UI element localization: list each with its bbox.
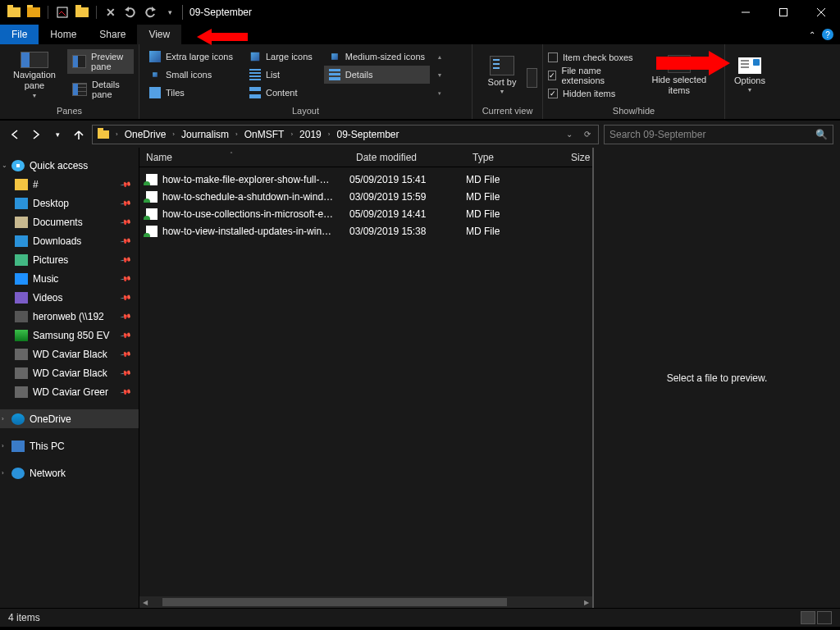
tab-share[interactable]: Share xyxy=(88,25,137,44)
layout-small-icons[interactable]: Small icons xyxy=(144,66,238,84)
chevron-right-icon[interactable]: › xyxy=(325,130,334,138)
hide-selected-items-button[interactable]: Hide selected items xyxy=(639,48,719,103)
layout-medium-icons[interactable]: Medium-sized icons xyxy=(324,48,430,66)
navigation-pane-label: Navigation pane xyxy=(11,70,57,90)
breadcrumb-onedrive[interactable]: OneDrive xyxy=(121,129,170,140)
col-date-modified[interactable]: Date modified xyxy=(349,152,466,163)
column-headers: Name˄ Date modified Type Size xyxy=(139,148,592,167)
item-check-boxes-toggle[interactable]: Item check boxes xyxy=(548,49,634,66)
nav-item-drive[interactable]: WD Caviar Black📌 xyxy=(0,345,139,363)
close-button[interactable] xyxy=(802,0,840,25)
nav-item-drive[interactable]: WD Caviar Black📌 xyxy=(0,363,139,382)
nav-item-drive[interactable]: WD Caviar Greer📌 xyxy=(0,382,139,401)
col-size[interactable]: Size xyxy=(564,152,592,163)
nav-item-drive[interactable]: Samsung 850 EV📌 xyxy=(0,326,139,345)
col-name[interactable]: Name˄ xyxy=(139,152,349,163)
layout-list[interactable]: List xyxy=(244,66,317,84)
breadcrumb-journalism[interactable]: Journalism xyxy=(178,129,232,140)
tab-file[interactable]: File xyxy=(0,25,39,44)
breadcrumb-2019[interactable]: 2019 xyxy=(296,129,325,140)
view-details-toggle-icon[interactable] xyxy=(801,611,815,624)
address-dropdown-icon[interactable]: ⌄ xyxy=(560,130,578,139)
list-icon xyxy=(249,69,261,80)
scroll-left-icon[interactable]: ◀ xyxy=(139,599,151,606)
chevron-right-icon[interactable]: › xyxy=(287,130,296,138)
layout-extra-large-icons[interactable]: Extra large icons xyxy=(144,48,238,66)
columns-icon[interactable] xyxy=(527,68,537,88)
layout-content[interactable]: Content xyxy=(244,84,317,102)
search-input[interactable]: Search 09-September 🔍 xyxy=(604,125,833,144)
file-list[interactable]: how-to-make-file-explorer-show-full-pa..… xyxy=(139,167,592,608)
nav-quick-access[interactable]: ⌄Quick access xyxy=(0,156,139,175)
nav-item[interactable]: #📌 xyxy=(0,175,139,194)
pin-icon: 📌 xyxy=(120,310,132,322)
pin-icon: 📌 xyxy=(120,272,132,285)
minimize-button[interactable] xyxy=(727,0,765,25)
qat-undo-icon[interactable] xyxy=(123,5,138,20)
chevron-right-icon[interactable]: › xyxy=(232,130,241,138)
sort-by-button[interactable]: Sort by ▼ xyxy=(477,54,527,97)
layout-details[interactable]: Details xyxy=(324,66,430,84)
nav-network[interactable]: ›Network xyxy=(0,463,139,482)
horizontal-scrollbar[interactable]: ◀ ▶ xyxy=(139,596,592,608)
details-pane-button[interactable]: Details pane xyxy=(67,77,134,102)
onedrive-icon xyxy=(11,413,25,425)
up-button[interactable] xyxy=(71,126,87,143)
layout-tiles[interactable]: Tiles xyxy=(144,84,238,102)
address-bar[interactable]: › OneDrive › Journalism › OnMSFT › 2019 … xyxy=(92,125,599,144)
tab-view[interactable]: View xyxy=(137,25,181,44)
maximize-button[interactable] xyxy=(765,0,802,25)
preview-pane-label: Preview pane xyxy=(91,52,129,71)
nav-item-pictures[interactable]: Pictures📌 xyxy=(0,250,139,269)
content-icon xyxy=(249,87,261,98)
qat-properties-icon[interactable] xyxy=(55,5,70,20)
nav-item-videos[interactable]: Videos📌 xyxy=(0,288,139,307)
col-type[interactable]: Type xyxy=(466,152,564,163)
details-pane-label: Details pane xyxy=(92,80,129,99)
file-row[interactable]: how-to-schedule-a-shutdown-in-windo...03… xyxy=(139,188,592,205)
layout-large-icons[interactable]: Large icons xyxy=(244,48,317,66)
preview-pane-button[interactable]: Preview pane xyxy=(67,49,134,74)
details-pane-icon xyxy=(72,83,87,96)
navigation-pane-button[interactable]: Navigation pane ▼ xyxy=(5,48,64,103)
qat-new-folder-icon[interactable] xyxy=(26,5,41,20)
qat-redo-icon[interactable] xyxy=(143,5,158,20)
nav-item-music[interactable]: Music📌 xyxy=(0,269,139,288)
chevron-right-icon[interactable]: › xyxy=(112,130,121,138)
scroll-thumb[interactable] xyxy=(162,598,507,606)
scroll-right-icon[interactable]: ▶ xyxy=(581,599,592,606)
nav-this-pc[interactable]: ›This PC xyxy=(0,436,139,455)
breadcrumb-onmsft[interactable]: OnMSFT xyxy=(241,129,288,140)
hidden-items-toggle[interactable]: ✓Hidden items xyxy=(548,85,634,102)
collapse-ribbon-icon[interactable]: ⌃ xyxy=(809,30,815,39)
layout-scroll[interactable]: ▲▼▾ xyxy=(433,48,446,103)
forward-button[interactable] xyxy=(28,126,44,143)
tab-home[interactable]: Home xyxy=(39,25,88,44)
options-button[interactable]: Options ▼ xyxy=(725,56,774,95)
nav-onedrive[interactable]: ›OneDrive xyxy=(0,409,139,428)
help-icon[interactable]: ? xyxy=(822,29,833,40)
qat-new-item-icon[interactable] xyxy=(75,5,89,20)
view-large-toggle-icon[interactable] xyxy=(817,611,832,624)
qat-customize-chevron-icon[interactable]: ▾ xyxy=(162,5,177,20)
nav-item-downloads[interactable]: Downloads📌 xyxy=(0,231,139,250)
qat-delete-icon[interactable]: ✕ xyxy=(103,5,118,20)
drive-icon xyxy=(15,368,28,379)
back-button[interactable] xyxy=(7,126,23,143)
file-row[interactable]: how-to-use-collections-in-microsoft-ed..… xyxy=(139,205,592,222)
file-row[interactable]: how-to-view-installed-updates-in-windo..… xyxy=(139,222,592,240)
options-icon xyxy=(738,57,761,74)
drive-icon xyxy=(15,330,28,341)
window-title: 09-September xyxy=(189,7,252,18)
refresh-icon[interactable]: ⟳ xyxy=(578,130,596,139)
breadcrumb-current[interactable]: 09-September xyxy=(333,129,402,140)
nav-item-desktop[interactable]: Desktop📌 xyxy=(0,194,139,212)
sort-icon xyxy=(490,56,514,75)
file-row[interactable]: how-to-make-file-explorer-show-full-pa..… xyxy=(139,171,592,188)
nav-item-documents[interactable]: Documents📌 xyxy=(0,212,139,231)
desktop-icon xyxy=(15,198,28,209)
chevron-right-icon[interactable]: › xyxy=(169,130,178,138)
recent-locations-button[interactable]: ▾ xyxy=(49,126,66,143)
file-name-extensions-toggle[interactable]: ✓File name extensions xyxy=(548,67,634,84)
nav-item-network-drive[interactable]: heronweb (\\192📌 xyxy=(0,307,139,326)
